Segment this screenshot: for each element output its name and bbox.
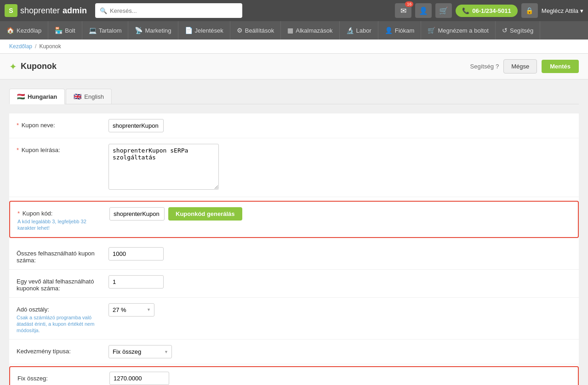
form-section: * Kupon neve: * Kupon leírása: shoprente… (9, 113, 579, 385)
menu-label-jelentesek: Jelentések (195, 27, 223, 34)
menu-item-segitseg[interactable]: ↺ Segítség (496, 21, 540, 40)
tab-hungarian[interactable]: 🇭🇺 Hungarian (9, 89, 65, 104)
menu-label-alkalmazasok: Alkalmazások (296, 27, 332, 34)
logo-shoprenter: shoprenter (20, 6, 60, 16)
lab-icon: 🔬 (346, 27, 354, 34)
menu-item-kezdolap[interactable]: 🏠 Kezdőlap (0, 21, 48, 40)
kedvezmeny-tipusa-label: Kedvezmény típusa: (17, 345, 108, 355)
search-icon: 🔍 (100, 7, 107, 14)
egy-vevo-control (108, 275, 571, 289)
menu-label-kezdolap: Kezdőlap (17, 27, 41, 34)
fix-osszeg-input[interactable] (109, 372, 169, 385)
profile-button[interactable]: 👤 (415, 3, 432, 18)
notifications-button[interactable]: ✉ 16 (395, 3, 411, 18)
fix-osszeg-label: Fix összeg: (17, 375, 109, 382)
flag-english: 🇬🇧 (74, 93, 81, 100)
kedvezmeny-tipusa-control: Fix összeg Százalék Ingyenes szállítás (108, 345, 571, 358)
tab-english-label: English (84, 93, 104, 100)
page-header: ✦ Kuponok Segítség ? Mégse Mentés (0, 54, 588, 79)
breadcrumb-separator: / (35, 43, 36, 50)
kupon-leirasa-control: shoprenterKupon sERPa szolgáltatás (108, 144, 571, 191)
kupon-leirasa-required: * (17, 147, 19, 153)
user-menu-button[interactable]: Meglécz Attila ▾ (542, 7, 583, 14)
osszes-kupon-control (108, 247, 571, 260)
logo-icon: S (5, 4, 17, 17)
save-button[interactable]: Mentés (542, 60, 579, 73)
help-label: Segítség (470, 63, 494, 70)
egy-vevo-label: Egy vevő által felhasználható kuponok sz… (17, 275, 108, 292)
view-shop-icon: 🛒 (428, 27, 435, 34)
egy-vevo-input[interactable] (108, 275, 164, 289)
kupon-neve-row: * Kupon neve: (9, 113, 579, 138)
menu-item-nezem-boltot[interactable]: 🛒 Megnézem a boltot (421, 21, 496, 40)
menu-item-tartalom[interactable]: 💻 Tartalom (82, 21, 129, 40)
osszes-kupon-row: Összes felhasználható kupon száma: (9, 242, 579, 270)
kupon-neve-label: * Kupon neve: (17, 119, 108, 129)
help-link[interactable]: Segítség ? (470, 63, 499, 70)
menu-label-labor: Labor (356, 27, 371, 34)
kupon-leirasa-textarea[interactable]: shoprenterKupon sERPa szolgáltatás (108, 144, 219, 190)
content-area: 🇭🇺 Hungarian 🇬🇧 English * Kupon neve: * … (0, 79, 588, 385)
nav-icons: ✉ 16 👤 🛒 📞 06-1/234-5011 🔒 Meglécz Attil… (395, 3, 583, 18)
menu-label-tartalom: Tartalom (99, 27, 122, 34)
menu-label-fiokom: Fiókam (395, 27, 415, 34)
menu-item-fiokom[interactable]: 👤 Fiókam (378, 21, 422, 40)
kedvezmeny-tipusa-select[interactable]: Fix összeg Százalék Ingyenes szállítás (108, 345, 172, 358)
user-name: Meglécz Attila (542, 7, 578, 14)
content-icon: 💻 (89, 27, 97, 34)
menu-item-marketing[interactable]: 📡 Marketing (128, 21, 178, 40)
notification-badge: 16 (405, 1, 413, 7)
kupon-kod-required: * (17, 210, 20, 217)
kupon-icon: ✦ (9, 61, 17, 72)
menu-label-segitseg: Segítség (510, 27, 533, 34)
kupon-kod-control: Kuponkód generálás (109, 207, 571, 221)
phone-button[interactable]: 📞 06-1/234-5011 (456, 5, 518, 17)
menu-item-alkalmazasok[interactable]: ▦ Alkalmazások (281, 21, 339, 40)
page-actions: Segítség ? Mégse Mentés (470, 59, 579, 74)
generate-button[interactable]: Kuponkód generálás (168, 207, 242, 221)
apps-icon: ▦ (287, 27, 293, 34)
page-title: Kuponok (21, 62, 57, 71)
marketing-icon: 📡 (135, 27, 143, 34)
phone-number: 06-1/234-5011 (472, 7, 511, 14)
ado-osztaly-label: Adó osztály: Csak a számlázó programba v… (17, 303, 108, 334)
menu-item-beallitasok[interactable]: ⚙ Beállítások (230, 21, 281, 40)
help-icon: ? (496, 63, 499, 70)
breadcrumb-home[interactable]: Kezdőlap (9, 43, 32, 50)
egy-vevo-row: Egy vevő által felhasználható kuponok sz… (9, 270, 579, 298)
fix-osszeg-highlighted-box: Fix összeg: (9, 366, 579, 385)
menu-item-jelentesek[interactable]: 📄 Jelentések (178, 21, 230, 40)
kupon-kod-input[interactable] (109, 207, 165, 221)
kupon-kod-label: * Kupon kód: A kód legalább 3, legfeljeb… (17, 207, 109, 232)
kedvezmeny-select-wrapper: Fix összeg Százalék Ingyenes szállítás (108, 345, 172, 358)
tab-english[interactable]: 🇬🇧 English (66, 89, 112, 104)
menu-item-bolt[interactable]: 🏪 Bolt (48, 21, 82, 40)
menu-item-labor[interactable]: 🔬 Labor (340, 21, 378, 40)
menu-bar: 🏠 Kezdőlap 🏪 Bolt 💻 Tartalom 📡 Marketing… (0, 21, 588, 40)
reports-icon: 📄 (185, 27, 193, 34)
kupon-kod-row: * Kupon kód: A kód legalább 3, legfeljeb… (17, 207, 571, 232)
lock-button[interactable]: 🔒 (521, 3, 538, 18)
osszes-kupon-label: Összes felhasználható kupon száma: (17, 247, 108, 264)
account-icon: 👤 (385, 27, 393, 34)
logo-admin: admin (63, 6, 87, 16)
kupon-leirasa-label: * Kupon leírása: (17, 144, 108, 153)
menu-label-beallitasok: Beállítások (245, 27, 274, 34)
ado-osztaly-select-wrapper: 27 % 0 % 5 % 18 % (108, 303, 154, 317)
osszes-kupon-input[interactable] (108, 247, 164, 260)
cart-button[interactable]: 🛒 (435, 3, 452, 18)
kupon-kod-subtext: A kód legalább 3, legfeljebb 32 karakter… (17, 218, 105, 232)
shop-icon: 🏪 (55, 27, 63, 34)
cancel-button[interactable]: Mégse (503, 59, 537, 74)
top-navigation: S shoprenter admin 🔍 ✉ 16 👤 🛒 📞 06-1/234… (0, 0, 588, 21)
search-input[interactable] (110, 7, 238, 14)
menu-label-bolt: Bolt (65, 27, 75, 34)
ado-osztaly-row: Adó osztály: Csak a számlázó programba v… (9, 298, 579, 340)
page-title-area: ✦ Kuponok (9, 61, 57, 72)
menu-label-nezem-boltot: Megnézem a boltot (438, 27, 489, 34)
tab-hungarian-label: Hungarian (28, 93, 57, 100)
kupon-kod-highlighted-box: * Kupon kód: A kód legalább 3, legfeljeb… (9, 201, 579, 238)
kupon-neve-input[interactable] (108, 119, 164, 132)
ado-osztaly-subtext: Csak a számlázó programba való átadást é… (17, 314, 104, 334)
ado-osztaly-select[interactable]: 27 % 0 % 5 % 18 % (108, 303, 154, 317)
